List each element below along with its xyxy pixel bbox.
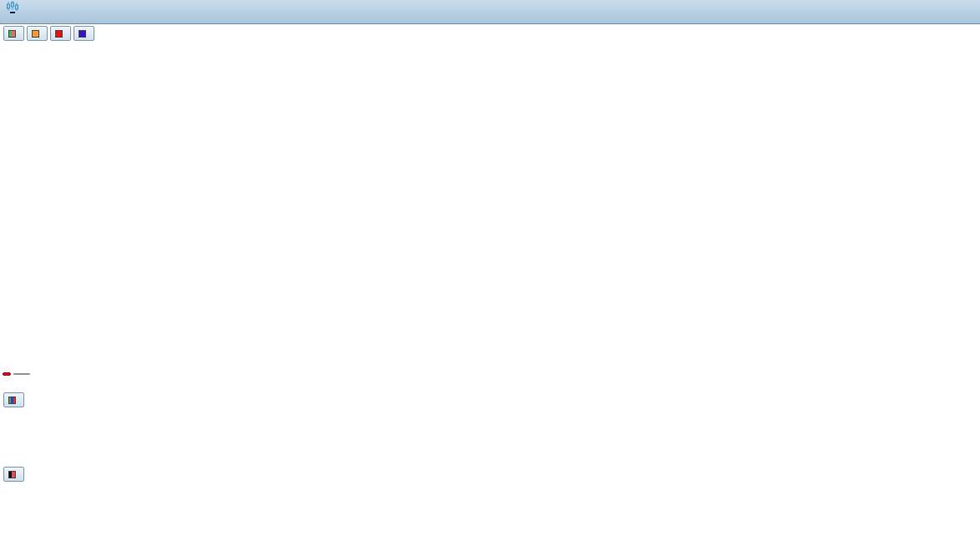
legend-sma200-button[interactable] (50, 26, 71, 41)
watermark (3, 372, 30, 376)
price-legend-icon (8, 30, 16, 38)
sma100-legend-icon (32, 30, 39, 38)
prorealtime-logo (13, 373, 30, 375)
legend-row (3, 26, 94, 41)
legend-smi-button[interactable] (3, 467, 24, 482)
chart-window (0, 0, 980, 551)
demo-stack (5, 1, 20, 13)
mini-chart-icon (5, 1, 20, 12)
demo-badge (10, 12, 15, 13)
ig-logo (3, 372, 11, 376)
macd-legend-icon (8, 397, 16, 404)
legend-price-button[interactable] (3, 26, 24, 41)
legend-sma50-button[interactable] (74, 26, 94, 41)
title-bar (0, 0, 980, 24)
legend-macd-button[interactable] (3, 392, 24, 407)
chart-svg (0, 0, 980, 551)
sma50-legend-icon (79, 30, 86, 38)
legend-sma100-button[interactable] (27, 26, 48, 41)
smi-legend-icon (8, 471, 16, 478)
sma200-legend-icon (55, 30, 63, 38)
